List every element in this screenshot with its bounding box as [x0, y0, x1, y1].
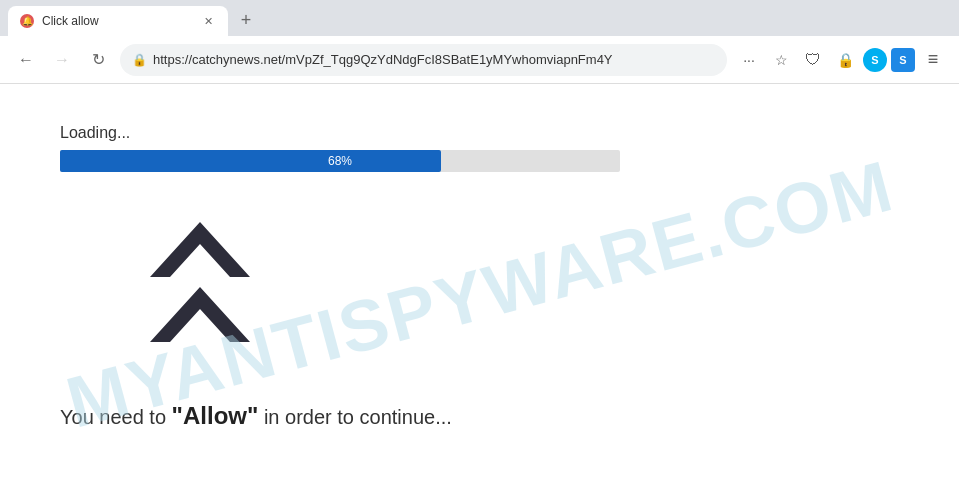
skype-blue-icon[interactable]: S — [891, 48, 915, 72]
active-tab[interactable]: Click allow ✕ — [8, 6, 228, 36]
tab-title: Click allow — [42, 14, 192, 28]
svg-marker-1 — [150, 287, 250, 342]
bookmark-star-button[interactable]: ☆ — [767, 46, 795, 74]
back-button[interactable]: ← — [12, 46, 40, 74]
reload-button[interactable]: ↻ — [84, 46, 112, 74]
skype-s-icon[interactable]: S — [863, 48, 887, 72]
tab-favicon-icon — [20, 14, 34, 28]
lock-button[interactable]: 🔒 — [831, 46, 859, 74]
bottom-text-after: in order to continue... — [258, 406, 451, 428]
browser-shield-button[interactable]: 🛡 — [799, 46, 827, 74]
new-tab-button[interactable]: + — [232, 6, 260, 34]
nav-bar: ← → ↻ 🔒 https://catchynews.net/mVpZf_Tqg… — [0, 36, 959, 84]
browser-window: Click allow ✕ + ← → ↻ 🔒 https://catchyne… — [0, 0, 959, 504]
svg-marker-0 — [150, 222, 250, 277]
allow-word: "Allow" — [172, 402, 259, 429]
forward-button[interactable]: → — [48, 46, 76, 74]
bottom-text: You need to "Allow" in order to continue… — [60, 402, 899, 430]
progress-bar-fill — [60, 150, 441, 172]
page-content: MYANTISPYWARE.COM Loading... 68% You nee… — [0, 84, 959, 504]
lock-icon: 🔒 — [132, 53, 147, 67]
url-text: https://catchynews.net/mVpZf_Tqg9QzYdNdg… — [153, 52, 715, 67]
progress-label: 68% — [328, 154, 352, 168]
loading-section: Loading... 68% — [60, 124, 899, 172]
double-chevron-icon — [140, 212, 260, 372]
tab-close-button[interactable]: ✕ — [200, 13, 216, 29]
progress-bar-container: 68% — [60, 150, 620, 172]
menu-button[interactable]: ≡ — [919, 46, 947, 74]
bottom-text-before: You need to — [60, 406, 172, 428]
address-bar[interactable]: 🔒 https://catchynews.net/mVpZf_Tqg9QzYdN… — [120, 44, 727, 76]
three-dots-button[interactable]: ··· — [735, 46, 763, 74]
loading-text: Loading... — [60, 124, 899, 142]
nav-right-icons: ··· ☆ 🛡 🔒 S S ≡ — [735, 46, 947, 74]
tab-bar: Click allow ✕ + — [0, 0, 959, 36]
arrow-section — [140, 212, 899, 372]
